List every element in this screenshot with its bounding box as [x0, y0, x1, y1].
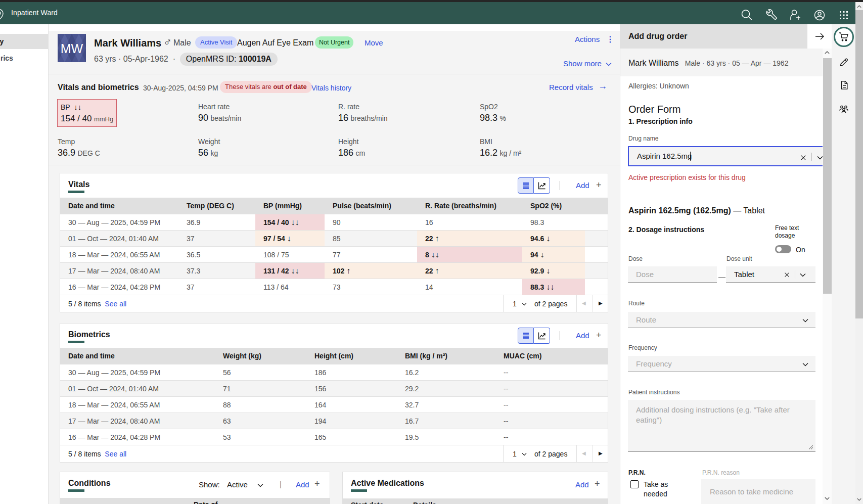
- svg-text:MW: MW: [61, 41, 83, 56]
